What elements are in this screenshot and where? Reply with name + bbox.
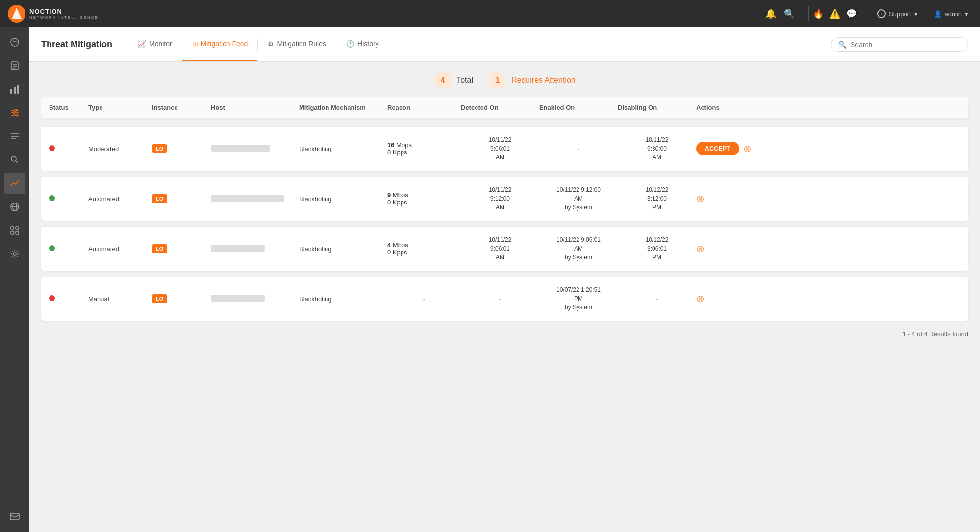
row-4: Manual LO Blackholing - - 10/07/22 1:20:… bbox=[41, 277, 968, 321]
svg-point-31 bbox=[13, 253, 16, 255]
accept-button[interactable]: ACCEPT bbox=[696, 142, 739, 155]
tab-mitigation-feed[interactable]: ⊞ Mitigation Feed bbox=[182, 27, 258, 61]
results-count: 1 - 4 of 4 Results found bbox=[903, 330, 968, 338]
sidebar-item-messages[interactable] bbox=[4, 507, 25, 528]
svg-point-12 bbox=[15, 109, 17, 111]
sidebar-item-reports[interactable] bbox=[4, 55, 25, 76]
tab-monitor[interactable]: 📈 Monitor bbox=[128, 27, 182, 61]
table-header-wrapper: Status Type Instance Host Mitigation Mec… bbox=[41, 97, 968, 119]
cancel-icon[interactable]: ⊗ bbox=[696, 193, 704, 204]
bell-icon[interactable]: 🔔 bbox=[765, 8, 776, 19]
warning-icon[interactable]: ⚠️ bbox=[829, 8, 840, 19]
search-box-icon: 🔍 bbox=[838, 41, 847, 49]
th-disabling: Disabling On bbox=[618, 104, 696, 111]
search-box[interactable]: 🔍 bbox=[831, 37, 968, 52]
row3-disabling: 10/12/223:06:01PM bbox=[618, 235, 696, 262]
row1-detected: 10/11/229:06:01AM bbox=[461, 135, 539, 162]
nav-divider-1 bbox=[808, 6, 809, 21]
sidebar-item-search[interactable] bbox=[4, 149, 25, 171]
svg-rect-29 bbox=[11, 231, 14, 234]
fire-icon[interactable]: 🔥 bbox=[813, 8, 824, 19]
support-chevron: ▾ bbox=[914, 10, 918, 18]
row4-host bbox=[211, 295, 299, 303]
svg-rect-30 bbox=[16, 231, 19, 234]
th-host: Host bbox=[211, 104, 299, 111]
host-blur bbox=[211, 195, 284, 202]
row4-status bbox=[49, 295, 88, 303]
page-footer: 1 - 4 of 4 Results found bbox=[29, 327, 980, 342]
row4-type: Manual bbox=[88, 295, 152, 303]
search-icon[interactable]: 🔍 bbox=[784, 8, 795, 19]
page-header: Threat Mitigation 📈 Monitor ⊞ Mitigation… bbox=[29, 27, 980, 62]
tab-mitigation-feed-label: Mitigation Feed bbox=[201, 40, 248, 48]
row1-host bbox=[211, 145, 299, 153]
support-label: Support bbox=[889, 10, 911, 18]
sidebar-item-charts[interactable] bbox=[4, 78, 25, 100]
sidebar-item-analytics[interactable] bbox=[4, 173, 25, 194]
cancel-icon[interactable]: ⊗ bbox=[743, 143, 752, 154]
table-row: Moderated LO Blackholing 16 Mbps 0 Kpps bbox=[41, 127, 968, 171]
cancel-icon[interactable]: ⊗ bbox=[696, 243, 704, 254]
row1-kpps: 0 bbox=[387, 149, 391, 156]
row1-mbps: 16 bbox=[387, 141, 394, 149]
svg-point-22 bbox=[11, 156, 16, 161]
attention-badge: 1 bbox=[489, 72, 506, 89]
svg-line-23 bbox=[16, 161, 18, 163]
table-row: Automated LO Blackholing 9 Mbps 0 Kpps bbox=[41, 177, 968, 221]
th-enabled: Enabled On bbox=[539, 104, 618, 111]
svg-rect-8 bbox=[14, 87, 16, 94]
sidebar-item-controls[interactable] bbox=[4, 220, 25, 241]
tab-history[interactable]: 🕐 History bbox=[336, 27, 389, 61]
status-dot-green bbox=[49, 245, 55, 251]
row2-host bbox=[211, 195, 299, 203]
table-row: Manual LO Blackholing - - 10/07/22 1:20:… bbox=[41, 277, 968, 321]
svg-point-2 bbox=[11, 38, 19, 46]
admin-chevron: ▾ bbox=[965, 10, 968, 18]
status-dot-red bbox=[49, 295, 55, 301]
row1-type: Moderated bbox=[88, 145, 152, 152]
th-reason: Reason bbox=[387, 104, 461, 111]
logo-area: NOCTION NETWORK INTELLIGENCE bbox=[8, 5, 99, 23]
th-instance: Instance bbox=[152, 104, 211, 111]
page-title: Threat Mitigation bbox=[41, 39, 112, 50]
host-blur bbox=[211, 245, 265, 252]
cancel-icon[interactable]: ⊗ bbox=[696, 293, 704, 304]
topnav: NOCTION NETWORK INTELLIGENCE 🔔 🔍 🔥 ⚠️ 💬 … bbox=[0, 0, 980, 27]
nav-divider-3 bbox=[926, 6, 926, 21]
sidebar-item-settings[interactable] bbox=[4, 243, 25, 265]
th-status: Status bbox=[49, 104, 88, 111]
badge-lo: LO bbox=[152, 244, 167, 253]
row3-mbps: 4 bbox=[387, 241, 391, 249]
search-input[interactable] bbox=[851, 41, 961, 49]
total-summary: 4 Total bbox=[434, 72, 473, 89]
main-content: Threat Mitigation 📈 Monitor ⊞ Mitigation… bbox=[29, 27, 980, 532]
row3-detected: 10/11/229:06:01AM bbox=[461, 235, 539, 262]
row-2: Automated LO Blackholing 9 Mbps 0 Kpps bbox=[41, 177, 968, 221]
row3-actions: ⊗ bbox=[696, 243, 755, 254]
row3-mitigation: Blackholing bbox=[299, 245, 387, 253]
brand-name: NOCTION bbox=[29, 8, 99, 16]
row3-instance: LO bbox=[152, 244, 211, 253]
row2-actions: ⊗ bbox=[696, 193, 755, 204]
tab-monitor-label: Monitor bbox=[149, 40, 172, 48]
tab-mitigation-rules[interactable]: ⚙ Mitigation Rules bbox=[258, 27, 336, 61]
nav-tabs: 📈 Monitor ⊞ Mitigation Feed ⚙ Mitigation… bbox=[128, 27, 831, 61]
message-icon[interactable]: 💬 bbox=[846, 8, 857, 19]
sidebar-item-globe[interactable] bbox=[4, 196, 25, 218]
total-badge: 4 bbox=[434, 72, 452, 89]
row1-instance: LO bbox=[152, 144, 211, 153]
row-1: Moderated LO Blackholing 16 Mbps 0 Kpps bbox=[41, 127, 968, 171]
user-icon: 👤 bbox=[934, 10, 942, 18]
row2-disabling: 10/12/223:12:00PM bbox=[618, 185, 696, 212]
support-button[interactable]: + Support ▾ bbox=[873, 7, 922, 20]
row4-mitigation: Blackholing bbox=[299, 295, 387, 303]
admin-button[interactable]: 👤 admin ▾ bbox=[930, 8, 972, 20]
tab-history-label: History bbox=[357, 40, 379, 48]
sidebar-item-dashboard[interactable] bbox=[4, 31, 25, 53]
row4-enabled: 10/07/22 1:20:51PMby System bbox=[539, 285, 618, 312]
admin-label: admin bbox=[945, 10, 962, 18]
sidebar-item-rules[interactable] bbox=[4, 126, 25, 147]
sidebar-item-mitigation[interactable] bbox=[4, 102, 25, 124]
row4-detected: - bbox=[461, 295, 539, 303]
history-icon: 🕐 bbox=[346, 40, 354, 48]
